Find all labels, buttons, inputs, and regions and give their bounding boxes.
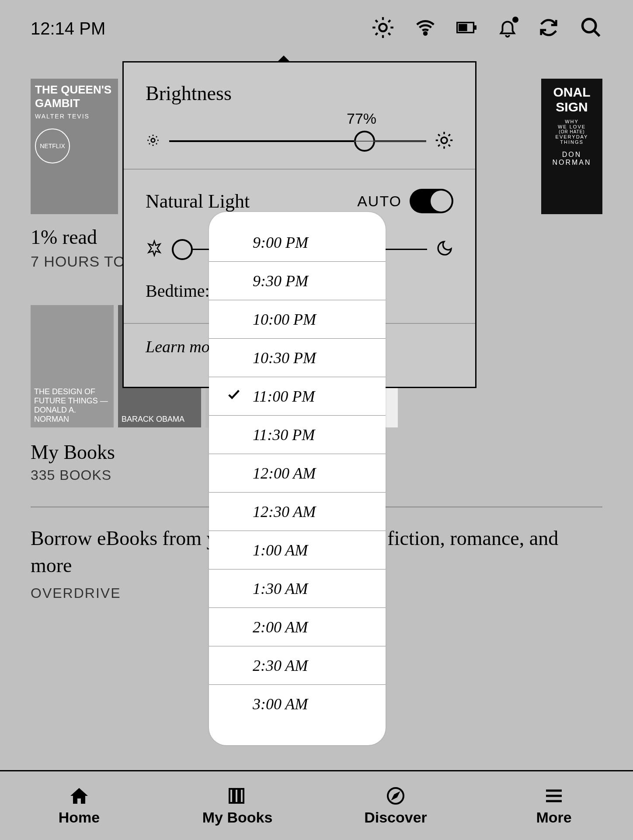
svg-line-29 bbox=[156, 143, 157, 144]
svg-rect-17 bbox=[240, 789, 243, 803]
bedtime-time-picker: 9:00 PM9:30 PM10:00 PM10:30 PM11:00 PM11… bbox=[209, 212, 386, 745]
brightness-thumb[interactable] bbox=[354, 131, 375, 152]
nav-home-label: Home bbox=[59, 809, 100, 826]
time-option-label: 1:00 AM bbox=[253, 541, 308, 559]
nav-more[interactable]: More bbox=[475, 771, 633, 840]
cover-1[interactable]: THE DESIGN OF FUTURE THINGS — DONALD A. … bbox=[31, 305, 114, 427]
nav-more-label: More bbox=[536, 809, 571, 826]
compass-icon bbox=[385, 785, 406, 806]
time-option[interactable]: 11:30 PM bbox=[209, 416, 386, 454]
netflix-badge: NETFLIX bbox=[35, 128, 70, 163]
svg-line-31 bbox=[156, 136, 157, 137]
brightness-slider[interactable]: 77% bbox=[146, 131, 453, 151]
status-time: 12:14 PM bbox=[31, 19, 105, 38]
svg-point-0 bbox=[379, 24, 386, 31]
time-option-label: 2:30 AM bbox=[253, 656, 308, 675]
sun-large-icon bbox=[435, 131, 453, 151]
time-option-label: 9:30 PM bbox=[253, 272, 308, 290]
time-option[interactable]: 10:00 PM bbox=[209, 300, 386, 339]
book-cover-right[interactable]: ONAL SIGN WHY WE LOVE (OR HATE) EVERYDAY… bbox=[541, 79, 602, 214]
svg-point-32 bbox=[441, 137, 447, 143]
svg-line-35 bbox=[438, 134, 440, 136]
nav-discover-label: Discover bbox=[364, 809, 427, 826]
svg-marker-19 bbox=[393, 793, 398, 798]
sun-small-icon bbox=[146, 133, 160, 149]
svg-line-39 bbox=[438, 145, 440, 146]
status-bar: 12:14 PM bbox=[0, 0, 633, 57]
svg-point-13 bbox=[583, 19, 596, 32]
svg-marker-41 bbox=[149, 241, 160, 255]
sync-icon[interactable] bbox=[539, 17, 559, 39]
status-icons bbox=[372, 16, 602, 41]
nav-mybooks[interactable]: My Books bbox=[158, 771, 316, 840]
time-option-label: 12:30 AM bbox=[253, 503, 316, 521]
nav-home[interactable]: Home bbox=[0, 771, 158, 840]
svg-line-8 bbox=[388, 20, 390, 22]
svg-rect-15 bbox=[230, 789, 233, 803]
svg-line-36 bbox=[449, 145, 450, 146]
time-option[interactable]: 1:30 AM bbox=[209, 569, 386, 608]
time-option-label: 2:00 AM bbox=[253, 618, 308, 636]
time-option-label: 10:30 PM bbox=[253, 349, 316, 367]
svg-rect-12 bbox=[474, 25, 476, 30]
auto-toggle[interactable] bbox=[410, 189, 453, 213]
time-option-label: 10:00 PM bbox=[253, 310, 316, 329]
book-title: THE QUEEN'S GAMBIT bbox=[35, 83, 114, 110]
nav-mybooks-label: My Books bbox=[202, 809, 273, 826]
time-option-label: 3:00 AM bbox=[253, 695, 308, 713]
time-option-label: 9:00 PM bbox=[253, 233, 308, 252]
time-option-label: 11:00 PM bbox=[253, 387, 315, 406]
svg-line-30 bbox=[149, 143, 150, 144]
sun-outline-icon bbox=[146, 240, 163, 259]
svg-line-14 bbox=[594, 31, 600, 36]
brightness-title: Brightness bbox=[146, 82, 453, 105]
time-option[interactable]: 2:30 AM bbox=[209, 646, 386, 685]
svg-line-7 bbox=[376, 33, 378, 35]
brightness-icon[interactable] bbox=[372, 16, 394, 41]
time-option[interactable]: 9:30 PM bbox=[209, 262, 386, 300]
bottom-nav: Home My Books Discover More bbox=[0, 770, 633, 840]
time-option[interactable]: 11:00 PM bbox=[209, 377, 386, 416]
svg-line-4 bbox=[388, 33, 390, 35]
svg-rect-11 bbox=[459, 24, 467, 31]
time-option[interactable]: 12:00 AM bbox=[209, 454, 386, 493]
auto-label: AUTO bbox=[357, 193, 402, 210]
svg-line-28 bbox=[149, 136, 150, 137]
time-option-label: 12:00 AM bbox=[253, 464, 316, 482]
books-icon bbox=[227, 785, 248, 806]
time-option[interactable]: 9:00 PM bbox=[209, 223, 386, 262]
brightness-percent: 77% bbox=[347, 110, 376, 127]
time-option[interactable]: 10:30 PM bbox=[209, 339, 386, 377]
natural-light-thumb[interactable] bbox=[172, 239, 193, 260]
home-icon bbox=[69, 785, 90, 806]
time-option[interactable]: 1:00 AM bbox=[209, 531, 386, 569]
svg-point-9 bbox=[424, 32, 427, 35]
svg-rect-16 bbox=[235, 789, 238, 803]
time-option-label: 1:30 AM bbox=[253, 580, 308, 598]
svg-line-40 bbox=[449, 134, 450, 136]
moon-icon bbox=[436, 240, 453, 259]
search-icon[interactable] bbox=[580, 16, 602, 41]
menu-icon bbox=[543, 785, 564, 806]
svg-line-3 bbox=[376, 20, 378, 22]
time-option-label: 11:30 PM bbox=[253, 426, 315, 444]
svg-point-23 bbox=[151, 139, 155, 142]
battery-icon[interactable] bbox=[456, 17, 476, 39]
notification-bell-icon[interactable] bbox=[497, 17, 518, 39]
time-option[interactable]: 12:30 AM bbox=[209, 493, 386, 531]
wifi-icon[interactable] bbox=[415, 17, 435, 39]
nav-discover[interactable]: Discover bbox=[316, 771, 475, 840]
time-option[interactable]: 3:00 AM bbox=[209, 685, 386, 723]
natural-light-title: Natural Light bbox=[146, 190, 250, 212]
check-icon bbox=[226, 387, 241, 406]
book-author: WALTER TEVIS bbox=[35, 113, 114, 120]
current-book-cover[interactable]: THE QUEEN'S GAMBIT WALTER TEVIS NETFLIX bbox=[31, 79, 118, 214]
time-option[interactable]: 2:00 AM bbox=[209, 608, 386, 646]
